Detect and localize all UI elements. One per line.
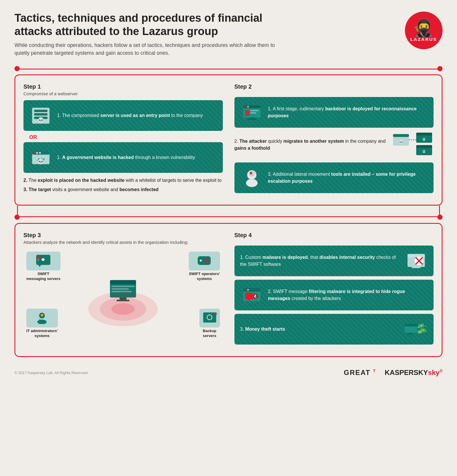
step2-item1-icon — [240, 102, 263, 122]
step2-item2-text: 2. The attacker quickly migrates to anot… — [234, 138, 389, 152]
svg-point-10 — [36, 152, 38, 154]
svg-text:💀: 💀 — [399, 140, 404, 144]
svg-rect-28 — [416, 133, 432, 136]
svg-point-54 — [206, 258, 208, 260]
gov-svg: .gov 💀 — [31, 148, 51, 167]
svg-point-68 — [209, 316, 210, 318]
connector-dot-right — [437, 66, 443, 71]
svg-rect-75 — [412, 267, 421, 268]
malware-svg — [406, 252, 426, 270]
connector-dot-bl — [14, 215, 20, 220]
step2-label: Step 2 — [234, 83, 434, 90]
step2-item2-text-wrap: 2. The attacker quickly migrates to anot… — [234, 138, 389, 152]
step4-item2: 🔇 2. SWIFT message filtering malware is … — [234, 280, 434, 310]
svg-rect-21 — [249, 118, 255, 119]
money-svg: $ $ $ — [405, 320, 428, 339]
svg-point-5 — [44, 113, 46, 115]
step1-bullets: 2. The exploit is placed on the hacked w… — [23, 177, 223, 193]
step4-item2-icon: 🔇 — [240, 285, 263, 305]
kaspersky-logo: KASPERSKYsky® — [385, 369, 443, 377]
or-label: OR — [29, 134, 223, 140]
step2-item1-text: 1. A first stage, rudimentary backdoor i… — [268, 105, 428, 119]
footer: © 2017 Kaspersky Lab. All Rights Reserve… — [14, 366, 443, 377]
step4-item1-text-wrap: 1. Custom malware is deployed, that disa… — [240, 254, 400, 268]
step3-desc: Attackers analyze the network and identi… — [23, 240, 223, 245]
step4-item3-text: 3. Money theft starts — [240, 326, 400, 333]
step4-item3-icon: $ $ $ — [405, 319, 428, 339]
step2-item2-icon: 💀 🖥 🖥 — [393, 131, 434, 158]
great-superscript: T — [373, 369, 376, 373]
steps-12-row: Step 1 Compromise of a webserver 💀 — [23, 83, 434, 197]
svg-rect-31 — [416, 145, 432, 148]
step1-bullet3: 3. The target visits a government websit… — [23, 186, 223, 193]
logo-text: LAZARUS — [410, 37, 437, 42]
header: Tactics, techniques and procedures of fi… — [14, 12, 443, 57]
svg-marker-52 — [38, 265, 41, 267]
svg-point-95 — [426, 331, 427, 332]
svg-point-17 — [247, 106, 249, 108]
svg-rect-18 — [245, 110, 249, 116]
server-svg: 💀 — [31, 106, 51, 125]
svg-point-16 — [244, 106, 246, 108]
step1-card1: 💀 1. The compromised server is used as a… — [23, 100, 223, 131]
kaspersky-text: KASPERSKY — [385, 369, 428, 376]
page: Tactics, techniques and procedures of fi… — [0, 0, 457, 388]
step4-item3-text-wrap: 3. Money theft starts — [240, 326, 400, 333]
gamepad-svg — [196, 254, 212, 267]
radar-effect — [82, 268, 164, 327]
step2-item3-text: 3. Additional lateral movement tools are… — [268, 171, 428, 185]
mid-connector — [14, 206, 443, 217]
svg-point-55 — [208, 260, 210, 261]
step4-item1-icon — [405, 251, 428, 271]
swift-messaging-label: SWIFTmessaging servers — [26, 272, 60, 281]
monitor-svg — [242, 103, 262, 122]
it-admin-icon: 🧑 — [26, 309, 58, 327]
svg-rect-86 — [408, 334, 413, 334]
step1-card1-text: 1. The compromised server is used as an … — [57, 112, 203, 119]
header-subtitle: While conducting their operations, hacke… — [14, 41, 275, 57]
connector-dot-left — [14, 66, 20, 71]
filter-svg: 🔇 — [242, 286, 262, 305]
svg-point-79 — [247, 289, 249, 291]
page-title: Tactics, techniques and procedures of fi… — [14, 12, 275, 38]
svg-text:💬: 💬 — [41, 258, 45, 262]
kaspersky-suffix: sky — [428, 369, 440, 376]
step2-item2-row: 2. The attacker quickly migrates to anot… — [234, 131, 434, 158]
svg-point-78 — [244, 289, 246, 291]
great-text: GREAT — [344, 369, 370, 376]
svg-point-94 — [425, 326, 426, 327]
backup-label: Backupservers — [199, 329, 220, 338]
step4-item2-text: 2. SWIFT message filtering malware is in… — [268, 288, 428, 302]
steps-12-container: Step 1 Compromise of a webserver 💀 — [14, 74, 443, 206]
svg-point-35 — [250, 172, 252, 174]
network-diagram: 💬 $ SWIFTmessaging servers — [23, 249, 223, 341]
step4-item3: 3. Money theft starts $ — [234, 314, 434, 345]
step1-column: Step 1 Compromise of a webserver 💀 — [23, 83, 223, 197]
kaspersky-reg: ® — [440, 369, 443, 373]
svg-text:⊕: ⊕ — [214, 311, 218, 316]
svg-point-4 — [44, 110, 46, 112]
itadmin-svg: 🧑 — [34, 311, 50, 324]
steps-34-row: Step 3 Attackers analyze the network and… — [23, 232, 434, 348]
step3-label: Step 3 — [23, 232, 223, 239]
svg-rect-84 — [405, 324, 417, 326]
connector-horiz-bottom — [17, 216, 440, 217]
great-logo: GREAT T — [344, 369, 376, 377]
backup-icon: ⊕ — [199, 309, 220, 327]
svg-text:$: $ — [37, 258, 39, 261]
swift-operators-node: SWIFT operators'systems — [189, 252, 220, 281]
svg-point-9 — [33, 152, 35, 154]
svg-rect-59 — [200, 259, 201, 262]
step4-column: Step 4 1. Custom malware is deployed, th… — [234, 232, 434, 348]
steps-34-container: Step 3 Attackers analyze the network and… — [14, 223, 443, 357]
step2-item2-inner: 2. The attacker quickly migrates to anot… — [234, 131, 434, 158]
copyright: © 2017 Kaspersky Lab. All Rights Reserve… — [14, 371, 89, 375]
svg-point-57 — [206, 261, 208, 263]
step2-item3-icon — [240, 168, 263, 188]
lazarus-logo: 🥷 LAZARUS — [405, 12, 443, 49]
svg-text:💀: 💀 — [38, 158, 44, 165]
svg-rect-19 — [250, 110, 258, 111]
step1-card2-icon: .gov 💀 — [29, 147, 52, 168]
connector-line-top — [17, 69, 440, 69]
it-admin-label: IT administrators'systems — [26, 329, 58, 338]
